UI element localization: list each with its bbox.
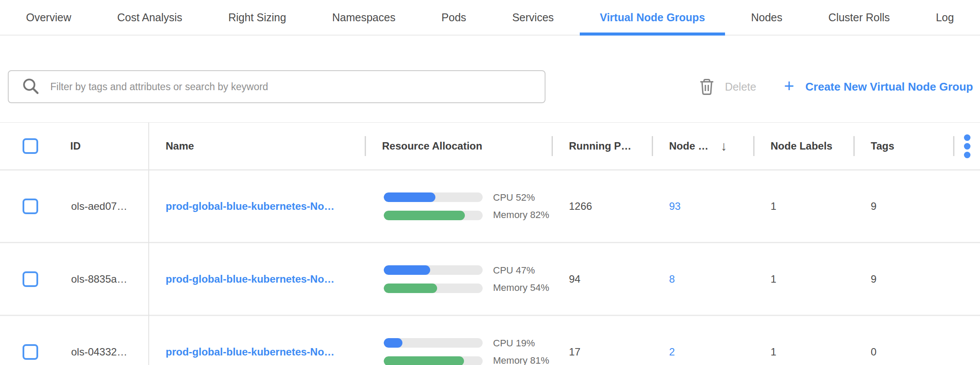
header-resource-allocation[interactable]: Resource Allocation (366, 123, 552, 169)
header-checkbox-cell (0, 123, 48, 169)
row-name-link[interactable]: prod-global-blue-kubernetes-No… (166, 273, 334, 285)
table-body: ols-aed07… prod-global-blue-kubernetes-N… (0, 170, 980, 365)
memory-bar-track (384, 211, 483, 220)
cpu-label: CPU 19% (493, 339, 549, 348)
cpu-bar-fill (384, 192, 435, 202)
header-menu-cell (954, 123, 980, 169)
column-settings-kebab-icon[interactable] (964, 134, 970, 158)
table-row: ols-aed07… prod-global-blue-kubernetes-N… (0, 170, 980, 243)
header-name[interactable]: Name (148, 123, 366, 169)
create-label: Create New Virtual Node Group (805, 80, 973, 94)
memory-bar-track (384, 356, 483, 365)
table-header-row: ID Name Resource Allocation Running P… N… (0, 123, 980, 170)
cpu-bar-track (384, 192, 483, 202)
row-checkbox[interactable] (23, 199, 38, 214)
tab-right-sizing[interactable]: Right Sizing (209, 0, 306, 35)
search-icon (22, 77, 41, 96)
memory-label: Memory 54% (493, 283, 549, 293)
node-labels-value: 1 (771, 200, 776, 212)
nodes-count-link[interactable]: 2 (669, 346, 675, 358)
cpu-bar-fill (384, 265, 430, 275)
tags-value: 9 (871, 200, 876, 212)
tab-nodes[interactable]: Nodes (731, 0, 802, 35)
tab-cluster-rolls[interactable]: Cluster Rolls (808, 0, 910, 35)
header-id[interactable]: ID (48, 123, 148, 169)
nodes-count-link[interactable]: 93 (669, 200, 681, 212)
tab-services[interactable]: Services (492, 0, 574, 35)
tab-virtual-node-groups[interactable]: Virtual Node Groups (580, 0, 725, 35)
sort-descending-icon[interactable]: ↓ (721, 139, 727, 153)
cpu-bar-track (384, 338, 483, 348)
running-pods-value: 1266 (569, 200, 592, 212)
running-pods-value: 94 (569, 273, 581, 285)
cpu-bar-track (384, 265, 483, 275)
tab-log[interactable]: Log (916, 0, 974, 35)
cpu-bar-fill (384, 338, 402, 348)
node-labels-value: 1 (771, 273, 776, 285)
row-id: ols-8835a… (71, 273, 127, 285)
memory-bar-fill (384, 284, 437, 293)
row-id: ols-aed07… (71, 200, 127, 212)
memory-bar-fill (384, 356, 464, 365)
tab-pods[interactable]: Pods (421, 0, 486, 35)
node-labels-value: 1 (771, 346, 776, 358)
filter-input[interactable] (8, 70, 546, 103)
running-pods-value: 17 (569, 346, 581, 358)
tab-overview[interactable]: Overview (6, 0, 91, 35)
tags-value: 9 (871, 273, 876, 285)
virtual-node-groups-page: OverviewCost AnalysisRight SizingNamespa… (0, 0, 980, 365)
virtual-node-groups-table: ID Name Resource Allocation Running P… N… (0, 122, 980, 365)
cpu-label: CPU 52% (493, 193, 549, 202)
table-row: ols-8835a… prod-global-blue-kubernetes-N… (0, 243, 980, 316)
select-all-checkbox[interactable] (23, 138, 38, 154)
row-name-link[interactable]: prod-global-blue-kubernetes-No… (166, 200, 334, 212)
table-row: ols-04332… prod-global-blue-kubernetes-N… (0, 316, 980, 365)
trash-icon (698, 77, 715, 96)
tab-cost-analysis[interactable]: Cost Analysis (97, 0, 202, 35)
memory-bar-track (384, 284, 483, 293)
memory-bar-fill (384, 211, 465, 220)
resource-allocation-cell: CPU 52% Memory 82% (366, 192, 552, 220)
row-checkbox[interactable] (23, 271, 38, 287)
tab-bar: OverviewCost AnalysisRight SizingNamespa… (0, 0, 980, 36)
resource-allocation-cell: CPU 19% Memory 81% (366, 338, 552, 365)
header-nodes[interactable]: Node … ↓ (653, 123, 754, 169)
header-node-labels[interactable]: Node Labels (754, 123, 854, 169)
resource-allocation-cell: CPU 47% Memory 54% (366, 265, 552, 293)
header-tags[interactable]: Tags (854, 123, 954, 169)
tab-namespaces[interactable]: Namespaces (312, 0, 415, 35)
cpu-label: CPU 47% (493, 266, 549, 275)
toolbar-actions: Delete + Create New Virtual Node Group (698, 77, 973, 96)
delete-button[interactable]: Delete (698, 77, 756, 96)
row-name-link[interactable]: prod-global-blue-kubernetes-No… (166, 346, 334, 358)
header-running-pods[interactable]: Running P… (552, 123, 653, 169)
tags-value: 0 (871, 346, 876, 358)
filter-search-box (8, 70, 546, 103)
delete-label: Delete (725, 81, 756, 93)
row-id: ols-04332… (71, 346, 127, 358)
memory-label: Memory 81% (493, 356, 549, 365)
toolbar: Delete + Create New Virtual Node Group (0, 70, 980, 103)
memory-label: Memory 82% (493, 210, 549, 220)
plus-icon: + (784, 77, 794, 95)
row-checkbox[interactable] (23, 344, 38, 360)
nodes-count-link[interactable]: 8 (669, 273, 675, 285)
create-virtual-node-group-button[interactable]: + Create New Virtual Node Group (784, 78, 973, 95)
